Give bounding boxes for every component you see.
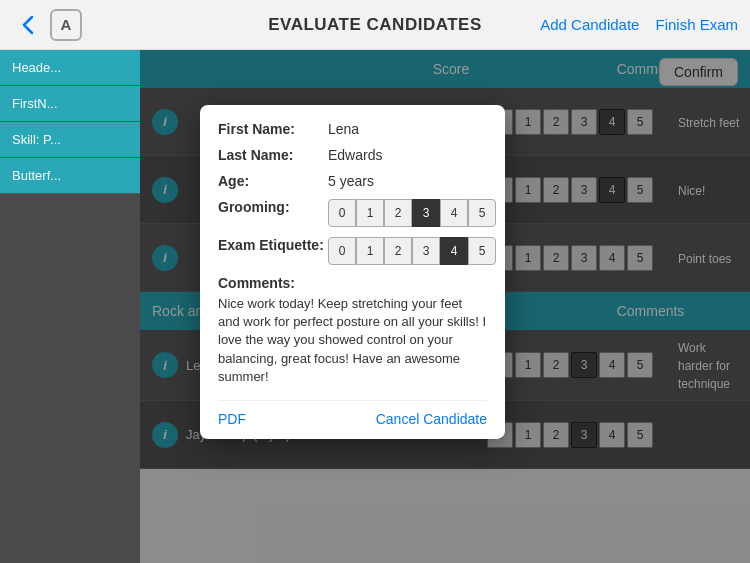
content-area: Confirm Score Comments i 0 1 2 3 <box>140 50 750 563</box>
grooming-rating-group: 0 1 2 3 4 5 <box>328 199 496 227</box>
exam-btn-3[interactable]: 3 <box>412 237 440 265</box>
cancel-candidate-button[interactable]: Cancel Candidate <box>376 411 487 427</box>
modal-lastname-value: Edwards <box>328 147 382 163</box>
exam-btn-2[interactable]: 2 <box>384 237 412 265</box>
sidebar-item-header[interactable]: Heade... <box>0 50 140 86</box>
modal-grooming-label: Grooming: <box>218 199 328 215</box>
back-icon[interactable] <box>12 9 44 41</box>
top-bar-icons: A <box>12 9 82 41</box>
sidebar-item-butterfly[interactable]: Butterf... <box>0 158 140 194</box>
modal-actions: PDF Cancel Candidate <box>218 400 487 427</box>
pdf-button[interactable]: PDF <box>218 411 246 427</box>
modal-dialog: First Name: Lena Last Name: Edwards Age:… <box>200 105 505 439</box>
modal-firstname-label: First Name: <box>218 121 328 137</box>
grooming-btn-0[interactable]: 0 <box>328 199 356 227</box>
exam-btn-0[interactable]: 0 <box>328 237 356 265</box>
modal-lastname-label: Last Name: <box>218 147 328 163</box>
grooming-btn-3[interactable]: 3 <box>412 199 440 227</box>
exam-rating-group: 0 1 2 3 4 5 <box>328 237 496 265</box>
sidebar: Heade... FirstN... Skill: P... Butterf..… <box>0 50 140 563</box>
modal-exam-row: Exam Etiquette: 0 1 2 3 4 5 <box>218 237 487 265</box>
sidebar-item-skill[interactable]: Skill: P... <box>0 122 140 158</box>
top-bar-actions: Add Candidate Finish Exam <box>540 16 738 33</box>
exam-btn-1[interactable]: 1 <box>356 237 384 265</box>
modal-age-value: 5 years <box>328 173 374 189</box>
finish-exam-button[interactable]: Finish Exam <box>655 16 738 33</box>
modal-firstname-row: First Name: Lena <box>218 121 487 137</box>
sidebar-item-firstname[interactable]: FirstN... <box>0 86 140 122</box>
modal-age-row: Age: 5 years <box>218 173 487 189</box>
modal-comments-text: Nice work today! Keep stretching your fe… <box>218 295 487 386</box>
modal-exam-label: Exam Etiquette: <box>218 237 328 253</box>
grooming-btn-2[interactable]: 2 <box>384 199 412 227</box>
grooming-btn-4[interactable]: 4 <box>440 199 468 227</box>
modal-comments-label: Comments: <box>218 275 487 291</box>
grooming-btn-1[interactable]: 1 <box>356 199 384 227</box>
page-title: EVALUATE CANDIDATES <box>268 15 482 35</box>
grooming-btn-5[interactable]: 5 <box>468 199 496 227</box>
modal-grooming-row: Grooming: 0 1 2 3 4 5 <box>218 199 487 227</box>
modal-lastname-row: Last Name: Edwards <box>218 147 487 163</box>
modal-age-label: Age: <box>218 173 328 189</box>
candidate-icon[interactable]: A <box>50 9 82 41</box>
modal-comments-section: Comments: Nice work today! Keep stretchi… <box>218 275 487 386</box>
top-bar: A EVALUATE CANDIDATES Add Candidate Fini… <box>0 0 750 50</box>
exam-btn-5[interactable]: 5 <box>468 237 496 265</box>
main-layout: Heade... FirstN... Skill: P... Butterf..… <box>0 50 750 563</box>
add-candidate-button[interactable]: Add Candidate <box>540 16 639 33</box>
exam-btn-4[interactable]: 4 <box>440 237 468 265</box>
modal-firstname-value: Lena <box>328 121 359 137</box>
